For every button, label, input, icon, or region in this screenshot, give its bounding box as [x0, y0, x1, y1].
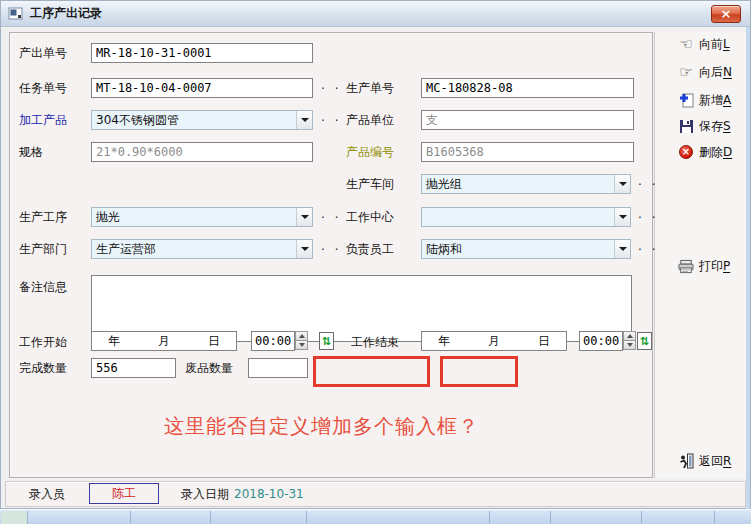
process-dropdown-button[interactable] — [296, 208, 312, 226]
work-start-time-input[interactable] — [251, 331, 295, 351]
chevron-down-icon — [619, 182, 627, 186]
return-button[interactable]: 返回R — [678, 452, 731, 470]
process-select[interactable]: 抛光 — [91, 207, 313, 227]
button-label: 删除D — [699, 144, 732, 161]
chevron-down-icon — [619, 215, 627, 219]
work-end-time-spinner — [623, 331, 636, 351]
task-no-lookup-button[interactable]: · · — [321, 80, 341, 98]
entry-date-label: 录入日期 — [181, 484, 229, 504]
scrap-qty-input[interactable] — [248, 358, 308, 378]
save-button[interactable]: 保存S — [678, 117, 731, 135]
production-no-label: 生产单号 — [346, 78, 394, 98]
chevron-down-icon — [301, 118, 309, 122]
button-label: 新增A — [699, 92, 731, 109]
workshop-value: 抛光组 — [422, 176, 614, 193]
date-day-placeholder: 日 — [208, 333, 220, 350]
work-start-label: 工作开始 — [19, 332, 67, 352]
window-title: 工序产出记录 — [30, 5, 102, 22]
column-divider — [27, 511, 28, 524]
employee-select[interactable]: 陆炳和 — [421, 239, 631, 259]
spinner-down-button[interactable] — [295, 340, 308, 350]
production-no-input[interactable] — [421, 78, 634, 98]
date-month-placeholder: 月 — [158, 333, 170, 350]
date-month-placeholder: 月 — [488, 333, 500, 350]
scrap-qty-label: 废品数量 — [185, 358, 233, 378]
task-no-input[interactable] — [91, 78, 313, 98]
processed-product-lookup-button[interactable]: · · — [321, 112, 341, 130]
workshop-select[interactable]: 抛光组 — [421, 174, 631, 194]
operator-label: 录入员 — [29, 484, 65, 504]
workshop-lookup-button[interactable]: · · — [638, 176, 658, 194]
window-icon — [8, 7, 24, 21]
delete-button[interactable]: × 删除D — [678, 143, 732, 161]
employee-value: 陆炳和 — [422, 241, 614, 258]
date-day-placeholder: 日 — [538, 333, 550, 350]
button-label: 向前L — [699, 36, 730, 53]
work-end-refresh-button[interactable]: ⇅ — [637, 332, 652, 350]
operator-name-value: 陈工 — [112, 485, 136, 502]
remark-label: 备注信息 — [19, 277, 67, 297]
output-no-label: 产出单号 — [19, 43, 67, 63]
employee-dropdown-button[interactable] — [614, 240, 630, 258]
product-unit-input[interactable] — [421, 110, 634, 130]
annotation-text: 这里能否自定义增加多个输入框？ — [164, 413, 479, 440]
nav-backward-button[interactable]: ☞ 向后N — [678, 63, 732, 81]
work-start-refresh-button[interactable]: ⇅ — [319, 332, 334, 350]
product-code-label: 产品编号 — [346, 142, 394, 162]
delete-circle-icon: × — [678, 144, 694, 160]
employee-lookup-button[interactable]: · · — [638, 241, 658, 259]
work-center-select[interactable] — [421, 207, 631, 227]
department-lookup-button[interactable]: · · — [321, 241, 341, 259]
chevron-down-icon — [627, 343, 633, 347]
chevron-up-icon — [299, 334, 305, 338]
work-end-date-input[interactable]: 年 月 日 — [421, 331, 567, 351]
screen: 工序产出记录 × 产出单号 任务单号 · · 生产单号 加工产品 304不锈钢圆… — [0, 0, 751, 524]
spinner-down-button[interactable] — [623, 340, 636, 350]
work-end-time-input[interactable] — [579, 331, 623, 351]
chevron-up-icon — [627, 334, 633, 338]
department-dropdown-button[interactable] — [296, 240, 312, 258]
workshop-dropdown-button[interactable] — [614, 175, 630, 193]
output-no-input[interactable] — [91, 43, 313, 63]
spec-input[interactable] — [91, 142, 313, 162]
work-center-dropdown-button[interactable] — [614, 208, 630, 226]
process-lookup-button[interactable]: · · — [321, 209, 341, 227]
finished-qty-label: 完成数量 — [19, 358, 67, 378]
process-label: 生产工序 — [19, 207, 67, 227]
column-divider — [130, 511, 131, 524]
new-document-icon — [678, 92, 694, 108]
button-label: 保存S — [699, 118, 731, 135]
button-label: 向后N — [699, 64, 732, 81]
employee-label: 负责员工 — [346, 239, 394, 259]
process-value: 抛光 — [92, 209, 296, 226]
work-start-time-spinner — [295, 331, 308, 351]
printer-icon — [678, 258, 694, 274]
close-button[interactable]: × — [711, 5, 741, 23]
work-center-lookup-button[interactable]: · · — [638, 209, 658, 227]
work-center-label: 工作中心 — [346, 207, 394, 227]
product-code-input[interactable] — [421, 142, 634, 162]
hand-left-icon: ☜ — [678, 36, 694, 52]
column-divider — [306, 511, 307, 524]
processed-product-label: 加工产品 — [19, 110, 67, 130]
task-no-label: 任务单号 — [19, 78, 67, 98]
exit-door-icon — [678, 453, 694, 469]
column-divider — [210, 511, 211, 524]
new-record-button[interactable]: 新增A — [678, 91, 731, 109]
department-label: 生产部门 — [19, 239, 67, 259]
print-button[interactable]: 打印P — [678, 257, 730, 275]
date-year-placeholder: 年 — [108, 333, 120, 350]
chevron-down-icon — [301, 215, 309, 219]
processed-product-dropdown-button[interactable] — [296, 111, 312, 129]
title-bar: 工序产出记录 × — [1, 1, 750, 27]
floppy-disk-icon — [678, 118, 694, 134]
work-start-date-input[interactable]: 年 月 日 — [91, 331, 237, 351]
processed-product-select[interactable]: 304不锈钢圆管 — [91, 110, 313, 130]
department-select[interactable]: 生产运营部 — [91, 239, 313, 259]
nav-forward-button[interactable]: ☜ 向前L — [678, 35, 730, 53]
finished-qty-input[interactable] — [91, 358, 176, 378]
operator-name-box[interactable]: 陈工 — [89, 483, 159, 504]
window-right-border — [746, 27, 750, 510]
annotation-box-2 — [440, 356, 518, 387]
annotation-box-1 — [313, 356, 430, 387]
